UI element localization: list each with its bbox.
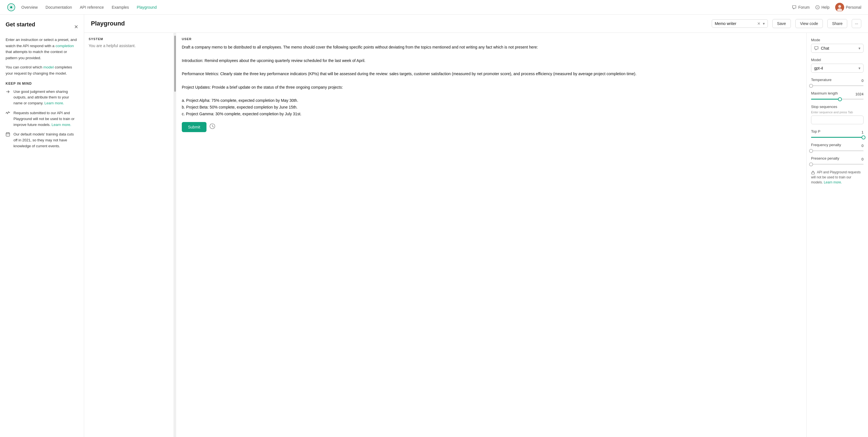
mode-section: Mode Chat ▾ [811, 38, 864, 53]
model-link[interactable]: model [43, 65, 54, 69]
nav-playground[interactable]: Playground [137, 5, 157, 9]
svg-point-5 [837, 8, 842, 12]
sidebar-intro: Enter an instruction or select a preset,… [6, 37, 78, 61]
share-button[interactable]: Share [827, 19, 847, 28]
preset-selector[interactable]: Memo writer ✕ ▾ [712, 19, 768, 28]
stop-sequences-input[interactable] [811, 116, 864, 124]
top-p-label: Top P [811, 129, 820, 133]
model-section: Model gpt-4 ▾ [811, 58, 864, 73]
preset-clear-button[interactable]: ✕ [756, 21, 762, 26]
privacy-learn-more-link[interactable]: Learn more. [824, 180, 842, 184]
max-length-slider[interactable] [811, 99, 864, 100]
sidebar: Get started ✕ Enter an instruction or se… [0, 14, 84, 437]
sidebar-item-judgment: Use good judgment when sharing outputs, … [6, 89, 78, 106]
system-label: SYSTEM [89, 37, 169, 41]
top-p-value: 1 [862, 130, 864, 134]
top-p-slider[interactable] [811, 137, 864, 138]
stop-sequences-label: Stop sequences [811, 105, 864, 109]
arrow-icon [6, 90, 10, 95]
forum-link[interactable]: Forum [792, 5, 809, 9]
system-textarea[interactable] [89, 43, 169, 433]
frequency-penalty-row: Frequency penalty 0 [811, 143, 864, 149]
more-options-button[interactable]: ··· [852, 19, 861, 28]
sidebar-close-button[interactable]: ✕ [74, 24, 78, 30]
save-button[interactable]: Save [772, 19, 791, 28]
training-text: Our default models' training data cuts o… [13, 131, 78, 149]
presence-penalty-section: Presence penalty 0 [811, 156, 864, 165]
content-area: Playground Memo writer ✕ ▾ Save View cod… [84, 14, 868, 437]
max-length-value: 1024 [856, 92, 864, 96]
sidebar-item-requests: Requests submitted to our API and Playgr… [6, 110, 78, 128]
submit-button[interactable]: Submit [182, 122, 207, 132]
nav-links: Overview Documentation API reference Exa… [21, 5, 792, 9]
chat-bubble-icon [792, 5, 797, 9]
model-chevron-icon: ▾ [859, 66, 861, 70]
logo[interactable] [7, 3, 16, 12]
frequency-penalty-section: Frequency penalty 0 [811, 143, 864, 151]
temperature-label: Temperature [811, 78, 832, 82]
user-menu[interactable]: Personal [835, 3, 861, 12]
top-navigation: Overview Documentation API reference Exa… [0, 0, 868, 14]
sidebar-model-text: You can control which model completes yo… [6, 64, 78, 76]
help-link[interactable]: ? Help [815, 5, 830, 9]
svg-rect-6 [6, 133, 10, 136]
main-layout: Get started ✕ Enter an instruction or se… [0, 14, 868, 437]
max-length-label: Maximum length [811, 91, 838, 95]
playground-title: Playground [91, 20, 707, 27]
preset-actions: ✕ ▾ [756, 21, 765, 26]
sidebar-items-list: Use good judgment when sharing outputs, … [6, 89, 78, 149]
nav-documentation[interactable]: Documentation [45, 5, 72, 9]
mode-select[interactable]: Chat ▾ [811, 44, 864, 53]
nav-right: Forum ? Help Personal [792, 3, 861, 12]
history-button[interactable] [209, 123, 215, 131]
frequency-penalty-slider[interactable] [811, 150, 864, 151]
nav-examples[interactable]: Examples [112, 5, 129, 9]
mode-value: Chat [821, 46, 856, 51]
history-icon [209, 123, 215, 129]
presence-penalty-label: Presence penalty [811, 156, 839, 160]
sidebar-title: Get started [6, 21, 35, 28]
preset-chevron-icon[interactable]: ▾ [763, 21, 765, 26]
top-p-row: Top P 1 [811, 129, 864, 135]
svg-point-4 [838, 5, 841, 8]
lock-icon [811, 170, 815, 175]
calendar-icon [6, 132, 10, 137]
preset-name: Memo writer [715, 21, 754, 26]
temperature-slider[interactable] [811, 85, 864, 86]
nav-overview[interactable]: Overview [21, 5, 38, 9]
model-label: Model [811, 58, 864, 62]
completion-link[interactable]: completion [56, 44, 74, 48]
playground-body: SYSTEM USER Draft a company memo to be d… [84, 33, 868, 437]
scroll-thumb [174, 36, 176, 92]
stop-sequences-section: Stop sequences Enter sequence and press … [811, 105, 864, 124]
presence-penalty-row: Presence penalty 0 [811, 156, 864, 162]
learn-more-link-1[interactable]: Learn more. [52, 123, 71, 127]
svg-rect-11 [812, 172, 814, 174]
frequency-penalty-value: 0 [862, 144, 864, 148]
learn-more-link-0[interactable]: Learn more. [44, 101, 64, 105]
user-message[interactable]: Draft a company memo to be distributed t… [182, 44, 801, 118]
svg-text:?: ? [817, 6, 818, 9]
mode-label: Mode [811, 38, 864, 42]
stop-sequences-hint: Enter sequence and press Tab [811, 111, 864, 114]
frequency-penalty-label: Frequency penalty [811, 143, 841, 147]
max-length-row: Maximum length 1024 [811, 91, 864, 97]
temperature-value: 0 [862, 79, 864, 83]
user-actions: Submit [182, 122, 801, 132]
mode-chevron-icon: ▾ [859, 46, 861, 51]
model-select[interactable]: gpt-4 ▾ [811, 64, 864, 73]
max-length-section: Maximum length 1024 [811, 91, 864, 100]
temperature-row: Temperature 0 [811, 78, 864, 84]
nav-api-reference[interactable]: API reference [80, 5, 104, 9]
system-panel: SYSTEM [84, 33, 174, 437]
activity-icon [6, 111, 10, 116]
help-circle-icon: ? [815, 5, 820, 9]
avatar [835, 3, 844, 12]
playground-header: Playground Memo writer ✕ ▾ Save View cod… [84, 14, 868, 33]
svg-point-0 [10, 6, 12, 8]
user-label: USER [182, 37, 192, 41]
view-code-button[interactable]: View code [795, 19, 823, 28]
presence-penalty-slider[interactable] [811, 164, 864, 165]
presence-penalty-value: 0 [862, 157, 864, 161]
user-panel: USER Draft a company memo to be distribu… [176, 33, 806, 437]
